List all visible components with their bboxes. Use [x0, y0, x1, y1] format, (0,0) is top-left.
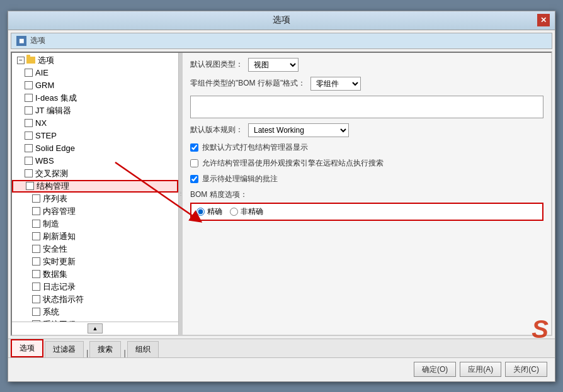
checkbox-struct[interactable] [26, 182, 34, 190]
checkbox-row-1: 按默认方式打包结构管理器显示 [190, 142, 543, 153]
bottom-buttons: 确定(O) 应用(A) 关闭(C) [8, 357, 555, 381]
radio-precise: 精确 [196, 206, 222, 217]
bom-row-label: 零组件类型的"BOM 行标题"格式： [190, 78, 305, 89]
checkbox-status[interactable] [32, 295, 40, 303]
bottom-tabs: 选项 过滤器 | 搜索 | 组织 [8, 339, 555, 357]
checkbox-sequence[interactable] [32, 194, 40, 203]
tree-label-solidedge: Solid Edge [35, 143, 75, 153]
checkbox-ideas[interactable] [25, 94, 33, 102]
tree-label-ideas: I-deas 集成 [35, 92, 77, 104]
tree-item-step[interactable]: STEP [12, 130, 178, 142]
expand-icon-root[interactable]: − [17, 57, 25, 64]
tab-separator-1: | [85, 348, 89, 357]
checkbox-3-label: 显示待处理编辑的批注 [202, 174, 278, 184]
checkbox-cross[interactable] [25, 169, 33, 177]
checkbox-1[interactable] [190, 143, 198, 152]
tree-label-dataset: 数据集 [43, 269, 67, 280]
tree-label-content: 内容管理 [43, 206, 76, 217]
checkbox-solidedge[interactable] [25, 144, 33, 152]
description-area[interactable] [190, 96, 543, 118]
tree-item-content[interactable]: 内容管理 [12, 205, 178, 218]
tree-item-notify[interactable]: 刷新通知 [12, 230, 178, 243]
tree-label-log: 日志记录 [43, 281, 76, 293]
dialog-content: ◼ 选项 − 选项 AIE [8, 30, 555, 381]
tab-search-label: 搜索 [98, 345, 113, 354]
radio-imprecise-input[interactable] [230, 208, 238, 216]
tree-label-safety: 安全性 [43, 244, 67, 255]
bom-row-select[interactable]: 零组件 [310, 77, 361, 91]
tree-label-make: 制造 [43, 218, 59, 230]
radio-precise-input[interactable] [196, 208, 205, 216]
bom-precision-box: 精确 非精确 [190, 203, 543, 221]
tree-item-system[interactable]: 系统 [12, 306, 178, 318]
tree-item-make[interactable]: 制造 [12, 218, 178, 230]
checkbox-log[interactable] [32, 283, 40, 291]
close-dialog-button[interactable]: 关闭(C) [505, 362, 547, 377]
tree-item-grm[interactable]: GRM [12, 79, 178, 92]
tab-organize-label: 组织 [135, 345, 151, 354]
checkbox-step[interactable] [25, 132, 33, 140]
tree-item-aie[interactable]: AIE [12, 67, 178, 79]
checkbox-content[interactable] [32, 207, 40, 215]
folder-icon-root [26, 57, 35, 64]
checkbox-notify[interactable] [32, 232, 40, 240]
checkbox-3[interactable] [190, 175, 198, 183]
tree-item-nx[interactable]: NX [12, 117, 178, 130]
checkbox-wbs[interactable] [25, 157, 33, 165]
panel-icon: ◼ [16, 36, 26, 46]
checkbox-jt[interactable] [25, 106, 33, 115]
tree-item-status[interactable]: 状态指示符 [12, 293, 178, 306]
checkbox-realtime[interactable] [32, 257, 40, 266]
watermark-s: S [532, 315, 549, 335]
bom-precision-label: BOM 精度选项： [190, 190, 247, 199]
tab-organize[interactable]: 组织 [127, 341, 159, 357]
bom-row-title-row: 零组件类型的"BOM 行标题"格式： 零组件 [190, 77, 543, 91]
checkbox-grm[interactable] [25, 81, 33, 89]
tree-item-root[interactable]: − 选项 [12, 54, 178, 67]
checkbox-system[interactable] [32, 308, 40, 316]
tab-filter-label: 过滤器 [53, 345, 76, 354]
tree-item-dataset[interactable]: 数据集 [12, 268, 178, 281]
tree-label-realtime: 实时更新 [43, 256, 76, 267]
tree-item-jt[interactable]: JT 编辑器 [12, 104, 178, 117]
tab-filter[interactable]: 过滤器 [45, 341, 84, 357]
tree-item-sequence[interactable]: 序列表 [12, 193, 178, 205]
tree-area[interactable]: − 选项 AIE GRM I-deas 集成 [12, 53, 178, 322]
dialog-title: 选项 [26, 14, 537, 26]
tab-search[interactable]: 搜索 [89, 341, 121, 357]
apply-button[interactable]: 应用(A) [460, 362, 501, 377]
version-row: 默认版本规则： Latest Working [190, 123, 543, 137]
tree-label-root: 选项 [38, 55, 54, 66]
tree-item-cross[interactable]: 交叉探测 [12, 167, 178, 180]
version-select[interactable]: Latest Working [248, 123, 349, 137]
bom-precision-section: BOM 精度选项： 精确 非精确 [190, 189, 543, 221]
tree-item-solidedge[interactable]: Solid Edge [12, 142, 178, 155]
tree-label-wbs: WBS [35, 156, 54, 165]
tree-label-sequence: 序列表 [43, 193, 67, 204]
checkbox-2[interactable] [190, 159, 198, 167]
version-label: 默认版本规则： [190, 125, 243, 135]
tab-options[interactable]: 选项 [11, 339, 43, 357]
tree-label-aie: AIE [35, 68, 48, 77]
checkbox-1-label: 按默认方式打包结构管理器显示 [202, 142, 308, 153]
tree-item-struct[interactable]: 结构管理 [12, 180, 178, 193]
tree-item-realtime[interactable]: 实时更新 [12, 255, 178, 268]
checkbox-row-2: 允许结构管理器使用外观搜索引擎在远程站点执行搜索 [190, 158, 543, 169]
radio-imprecise: 非精确 [230, 206, 263, 217]
tree-label-jt: JT 编辑器 [35, 105, 71, 116]
close-button[interactable]: ✕ [537, 14, 550, 26]
radio-precise-label: 精确 [207, 206, 222, 217]
default-view-select[interactable]: 视图 [248, 58, 299, 72]
scroll-up-button[interactable]: ▲ [88, 323, 103, 333]
tree-item-safety[interactable]: 安全性 [12, 243, 178, 255]
ok-button[interactable]: 确定(O) [414, 362, 456, 377]
checkbox-nx[interactable] [25, 119, 33, 127]
tree-item-ideas[interactable]: I-deas 集成 [12, 92, 178, 104]
checkbox-make[interactable] [32, 220, 40, 228]
checkbox-aie[interactable] [25, 69, 33, 77]
tree-item-wbs[interactable]: WBS [12, 155, 178, 167]
tree-item-log[interactable]: 日志记录 [12, 281, 178, 293]
radio-group: 精确 非精确 [196, 206, 537, 217]
checkbox-dataset[interactable] [32, 270, 40, 278]
checkbox-safety[interactable] [32, 245, 40, 253]
